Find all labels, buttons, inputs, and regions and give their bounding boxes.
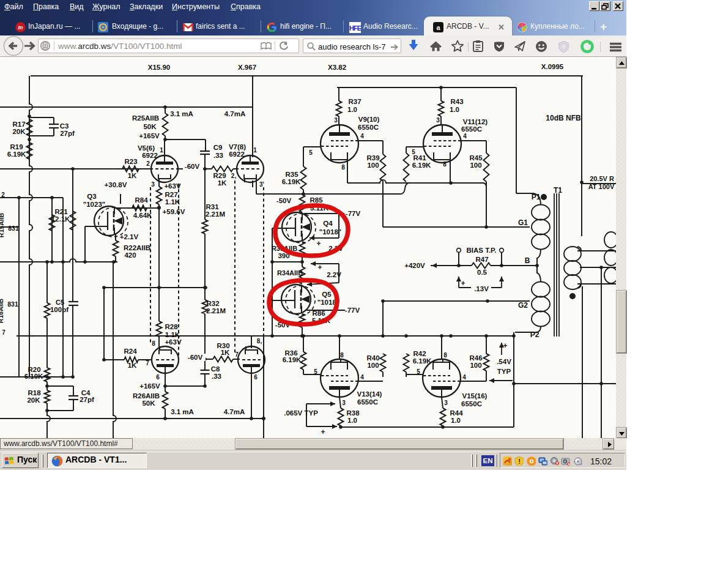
svg-text:1.1K: 1.1K (165, 331, 180, 338)
svg-text:1.0: 1.0 (347, 417, 357, 424)
svg-text:+: + (317, 263, 322, 272)
svg-text:R35: R35 (285, 171, 298, 178)
svg-text:3': 3' (259, 181, 264, 188)
svg-text:3.1 mA: 3.1 mA (170, 110, 193, 117)
svg-text:R86: R86 (312, 310, 325, 317)
svg-text:R44: R44 (450, 409, 463, 417)
svg-text:6.19K: 6.19K (283, 356, 302, 363)
svg-text:+: + (461, 279, 465, 288)
svg-text:6922: 6922 (229, 151, 245, 158)
svg-text:12.1K: 12.1K (51, 215, 70, 223)
svg-text:+: + (503, 341, 507, 350)
svg-text:6.19K: 6.19K (24, 373, 43, 380)
svg-text:R28: R28 (165, 323, 178, 330)
svg-text:5: 5 (309, 149, 313, 156)
svg-text:27pf: 27pf (60, 130, 75, 137)
svg-text:R23: R23 (124, 158, 137, 165)
svg-text:R24: R24 (124, 348, 137, 355)
svg-text:1.0: 1.0 (347, 106, 357, 113)
svg-text:+63V: +63V (165, 338, 182, 346)
svg-text:R38: R38 (346, 409, 360, 417)
svg-text:4.7mA: 4.7mA (224, 110, 246, 117)
svg-text:R17: R17 (12, 121, 25, 128)
svg-text:+165V: +165V (139, 382, 160, 390)
svg-text:R45: R45 (469, 154, 483, 162)
svg-text:7: 7 (146, 360, 149, 367)
svg-text:R85: R85 (310, 196, 323, 204)
svg-text:6550C: 6550C (461, 125, 482, 133)
svg-text:G1: G1 (518, 218, 528, 227)
svg-text:R40: R40 (366, 354, 379, 362)
svg-text:T1: T1 (554, 186, 562, 195)
svg-text:8: 8 (341, 164, 345, 171)
svg-text:+2.1V: +2.1V (120, 233, 139, 240)
svg-text:3: 3 (444, 400, 448, 406)
svg-text:R18: R18 (28, 389, 41, 396)
svg-text:R31: R31 (206, 203, 219, 210)
svg-text:6: 6 (254, 374, 258, 381)
svg-text:.54V: .54V (497, 358, 511, 365)
svg-text:+420V: +420V (404, 262, 425, 269)
svg-text:R42: R42 (413, 350, 426, 357)
svg-text:+59.6V: +59.6V (163, 208, 185, 215)
svg-text:831: 831 (7, 300, 18, 308)
svg-text:R27: R27 (165, 191, 177, 198)
svg-text:8: 8 (152, 340, 155, 347)
svg-text:6.19K: 6.19K (412, 162, 431, 169)
svg-text:Q3: Q3 (87, 193, 96, 200)
svg-text:3.1 mA: 3.1 mA (171, 408, 194, 415)
svg-text:8: 8 (443, 352, 447, 359)
svg-text:P1: P1 (532, 193, 541, 201)
svg-text:-50V: -50V (276, 197, 292, 204)
svg-text:R25AIIB: R25AIIB (132, 114, 159, 122)
svg-text:1.0: 1.0 (450, 106, 459, 113)
svg-text:!: ! (518, 458, 521, 465)
svg-text:10dB NFB: 10dB NFB (546, 114, 581, 122)
svg-text:P2: P2 (530, 330, 539, 339)
svg-text:R32: R32 (206, 300, 219, 307)
svg-text:3: 3 (151, 181, 155, 188)
svg-text:R26AIIB: R26AIIB (133, 392, 160, 400)
svg-text:.13V: .13V (474, 285, 489, 292)
svg-text:7: 7 (235, 351, 239, 358)
svg-text:6.19K: 6.19K (282, 178, 301, 185)
svg-text:420: 420 (124, 251, 136, 259)
svg-text:6.19K: 6.19K (413, 357, 432, 365)
svg-text:V9(10): V9(10) (358, 116, 380, 123)
svg-text:+165V: +165V (139, 132, 160, 140)
svg-text:In: In (18, 24, 24, 31)
svg-text:7: 7 (2, 329, 6, 336)
svg-text:4: 4 (462, 374, 466, 381)
svg-text:R47: R47 (475, 256, 488, 263)
svg-text:6.19K: 6.19K (7, 151, 26, 158)
svg-text:20K: 20K (12, 128, 26, 135)
svg-text:20.5V R: 20.5V R (590, 175, 614, 182)
svg-text:6550C: 6550C (358, 124, 379, 131)
svg-text:R43: R43 (450, 98, 463, 105)
svg-text:-77V: -77V (346, 210, 361, 217)
svg-text:R19: R19 (10, 143, 23, 151)
svg-text:V15(16): V15(16) (462, 392, 488, 400)
svg-text:X.0995: X.0995 (541, 63, 564, 70)
svg-text:4: 4 (360, 133, 364, 140)
svg-text:-77V: -77V (345, 307, 360, 314)
svg-text:1K: 1K (221, 349, 230, 356)
svg-text:8: 8 (340, 352, 344, 359)
svg-text:X15.90: X15.90 (148, 64, 170, 71)
svg-text:20K: 20K (27, 396, 40, 404)
svg-text:-60V: -60V (188, 354, 203, 361)
svg-text:.065V TYP: .065V TYP (284, 409, 318, 417)
svg-text:5: 5 (417, 368, 420, 375)
svg-text:B: B (525, 256, 530, 265)
svg-text:TYP: TYP (497, 368, 511, 375)
svg-text:8: 8 (443, 161, 447, 168)
svg-text:x: x (556, 461, 558, 465)
svg-text:.33: .33 (213, 152, 223, 159)
svg-text:2,: 2, (231, 173, 237, 179)
svg-text:100: 100 (470, 162, 481, 169)
svg-text:100pf: 100pf (50, 306, 69, 313)
svg-text:1: 1 (253, 147, 257, 154)
svg-text:100: 100 (470, 362, 481, 369)
svg-text:0.5: 0.5 (477, 269, 488, 276)
svg-text:1: 1 (160, 147, 163, 154)
